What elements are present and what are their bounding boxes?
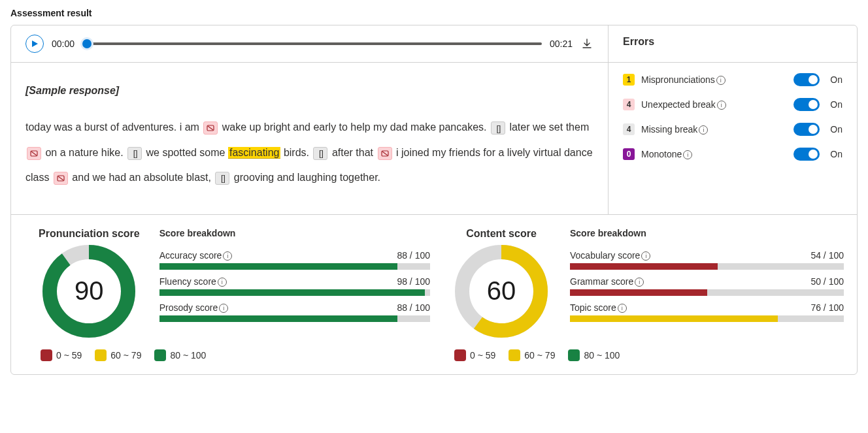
breakdown-fill [159,315,398,322]
breakdown-row: Accuracy scorei88 / 100 [159,250,430,270]
breakdown-bar [570,315,844,322]
breakdown-row: Grammar scorei50 / 100 [570,276,844,296]
breakdown-label: Vocabulary scorei [570,250,650,261]
error-toggle[interactable] [793,98,820,111]
unexpected-break-marker[interactable] [203,121,218,135]
legend-swatch [95,349,107,361]
missing-break-marker[interactable]: [ ] [313,147,327,160]
download-icon [582,39,592,49]
error-label: Unexpected breaki [641,99,726,110]
legend-item: 80 ~ 100 [568,349,620,361]
breakdown-bar [570,263,844,270]
legend-item: 60 ~ 79 [509,349,555,361]
missing-break-marker[interactable]: [ ] [491,121,505,135]
breakdown-title: Score breakdown [159,228,430,238]
legend-swatch [154,349,166,361]
legend-label: 80 ~ 100 [584,350,620,361]
breakdown-score: 98 / 100 [397,276,430,287]
info-icon[interactable]: i [223,251,232,261]
seek-track [82,42,542,45]
info-icon[interactable]: i [618,304,627,313]
seek-thumb[interactable] [82,39,92,48]
content-value: 60 [452,242,550,340]
error-toggle[interactable] [793,73,820,86]
missing-break-marker[interactable]: [ ] [127,147,142,160]
breakdown-fill [570,315,778,322]
svg-line-4 [31,152,37,155]
breakdown-score: 50 / 100 [810,276,844,287]
scores-row: Pronunciation score 90 Score breakdown A… [11,214,857,374]
pronunciation-breakdown: Score breakdown Accuracy scorei88 / 100F… [159,228,430,329]
info-icon[interactable]: i [641,251,650,261]
pronunciation-title: Pronunciation score [39,228,140,240]
breakdown-row: Vocabulary scorei54 / 100 [570,250,844,270]
breakdown-fill [570,263,718,270]
breakdown-score: 54 / 100 [810,250,844,261]
missing-break-marker[interactable]: [ ] [215,172,229,185]
breakdown-bar [159,263,430,270]
error-toggle[interactable] [793,148,820,161]
play-button[interactable] [25,35,44,53]
toggle-state: On [830,124,843,135]
info-icon[interactable]: i [219,304,228,313]
unexpected-break-marker[interactable] [27,147,41,160]
breakdown-row: Topic scorei76 / 100 [570,302,844,322]
breakdown-bar [570,289,844,296]
errors-panel-header: Errors [609,25,857,62]
transcript-panel: [Sample response] today was a burst of a… [11,63,609,214]
seek-bar[interactable] [82,39,542,48]
error-count-badge: 4 [623,123,635,135]
mid-row: [Sample response] today was a burst of a… [11,62,857,214]
breakdown-row: Prosody scorei88 / 100 [159,302,430,322]
legend-item: 0 ~ 59 [454,349,495,361]
error-toggle[interactable] [793,123,820,136]
error-count-badge: 4 [623,99,635,110]
play-icon [31,40,39,48]
toggle-state: On [830,99,843,110]
breakdown-bar [159,315,430,322]
errors-list: 1MispronunciationsiOn4Unexpected breakiO… [609,63,857,214]
mispronunciation-word[interactable]: fascinating [228,147,281,159]
info-icon[interactable]: i [717,101,726,110]
legend-item: 60 ~ 79 [95,349,141,361]
info-icon[interactable]: i [218,278,227,287]
error-row: 1MispronunciationsiOn [623,73,843,86]
error-row: 4Missing breakiOn [623,123,843,136]
top-row: 00:00 00:21 Errors [11,25,857,62]
error-label: Missing breaki [641,124,708,135]
download-button[interactable] [580,37,593,50]
legend-item: 0 ~ 59 [41,349,82,361]
pronunciation-value: 90 [40,242,138,340]
assessment-card: 00:00 00:21 Errors [Sample response] tod… [10,25,858,375]
content-block: Content score 60 Score breakdown Vocabul… [438,228,844,361]
error-row: 4Unexpected breakiOn [623,98,843,111]
current-time: 00:00 [52,39,75,49]
breakdown-label: Fluency scorei [159,276,227,287]
content-title: Content score [466,228,537,240]
error-row: 0MonotoneiOn [623,148,843,161]
legend-label: 0 ~ 59 [470,350,495,361]
unexpected-break-marker[interactable] [54,172,68,185]
breakdown-label: Topic scorei [570,302,627,313]
pronunciation-donut: 90 [40,242,138,340]
unexpected-break-marker[interactable] [378,147,392,160]
breakdown-fill [159,263,398,270]
pronunciation-block: Pronunciation score 90 Score breakdown A… [24,228,430,361]
legend-label: 80 ~ 100 [170,350,206,361]
audio-player: 00:00 00:21 [11,25,609,62]
legend-label: 60 ~ 79 [110,350,141,361]
legend-item: 80 ~ 100 [154,349,206,361]
content-donut: 60 [452,242,550,340]
legend-swatch [454,349,466,361]
info-icon[interactable]: i [716,76,726,85]
info-icon[interactable]: i [635,278,644,287]
breakdown-label: Prosody scorei [159,302,228,313]
breakdown-score: 76 / 100 [810,302,844,313]
info-icon[interactable]: i [683,150,692,159]
legend-label: 60 ~ 79 [524,350,555,361]
legend-label: 0 ~ 59 [56,350,82,361]
errors-title: Errors [623,36,843,48]
transcript-header: [Sample response] [25,78,593,103]
breakdown-label: Accuracy scorei [159,250,233,261]
info-icon[interactable]: i [699,125,708,135]
